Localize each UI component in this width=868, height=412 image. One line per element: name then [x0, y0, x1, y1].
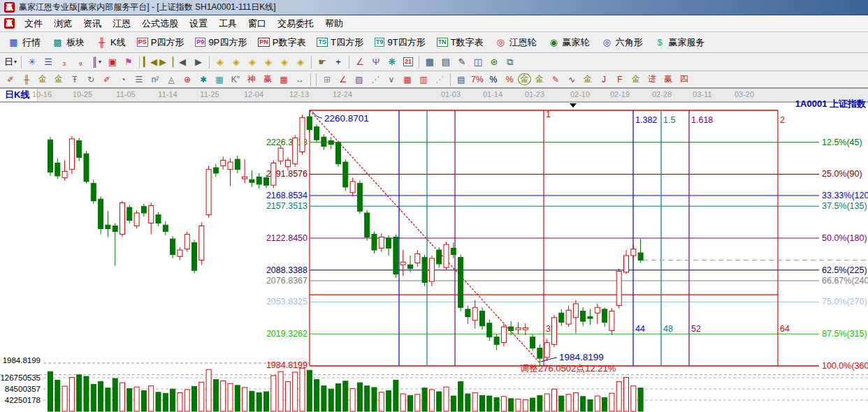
menu-item-1[interactable]: 浏览	[48, 17, 78, 30]
ying-slant-icon[interactable]: 赢	[660, 73, 676, 86]
t-square-button[interactable]: TST四方形	[312, 34, 368, 51]
menu-item-6[interactable]: 工具	[213, 17, 243, 30]
notepad-icon[interactable]: ✎	[454, 55, 470, 69]
menu-item-7[interactable]: 窗口	[243, 17, 272, 30]
calendar-21-icon[interactable]: 21	[400, 55, 416, 69]
crosshair-icon[interactable]: +	[331, 55, 346, 69]
diamond-all-icon[interactable]: ◈	[293, 55, 308, 69]
golden-line-icon[interactable]: 金	[532, 73, 547, 86]
angle-measure-icon[interactable]: ∠	[352, 55, 368, 69]
red-marker-icon[interactable]: ✐	[99, 73, 115, 86]
n-square-icon[interactable]: n²	[147, 73, 163, 86]
calculator-icon[interactable]: ▦	[422, 55, 437, 69]
j-line-icon[interactable]: J	[596, 73, 612, 86]
diamond-right-icon[interactable]: ◈	[229, 55, 244, 69]
wave-tool-icon[interactable]: ∿	[564, 73, 579, 86]
winner-wheel-button[interactable]: ◉赢家轮	[543, 34, 595, 51]
si-slant-icon[interactable]: 四	[677, 73, 692, 86]
price-grid-icon[interactable]: ▦	[400, 73, 415, 86]
ruler-lines-icon[interactable]: ☰	[131, 73, 147, 86]
gann-pct-label-4: 37.5%(135)	[822, 201, 867, 211]
exright-box-icon[interactable]: ▣	[105, 55, 120, 69]
golden-circle-icon[interactable]: 金	[518, 73, 531, 85]
ying-tool-icon[interactable]: 赢	[260, 73, 275, 86]
jin-slant-icon[interactable]: 进	[644, 73, 660, 86]
golden-line-2-icon[interactable]: 金	[580, 73, 595, 86]
9p-square-button[interactable]: P99P四方形	[190, 34, 252, 51]
winner-service-button[interactable]: $赢家服务	[649, 34, 710, 51]
print-icon[interactable]: ⧉	[502, 55, 518, 69]
p-square-button[interactable]: PSP四方形	[132, 34, 189, 51]
kline-button[interactable]: ╫K线	[91, 34, 131, 51]
toolbar-separator	[310, 73, 311, 86]
layout-grid-icon[interactable]: ⊞	[319, 73, 335, 86]
grid-box-icon[interactable]: ▦	[212, 73, 227, 86]
calculator-2-icon[interactable]: ▤	[438, 55, 454, 69]
quotes-button[interactable]: ▦行情	[3, 34, 45, 51]
color-flag-icon[interactable]: ⚑	[121, 55, 136, 69]
gann-wheel-button[interactable]: ◎江恩轮	[490, 34, 542, 51]
speed-fan-icon[interactable]: ∠	[335, 73, 351, 86]
draw-candle-icon[interactable]: ✎	[548, 73, 563, 86]
time-cycle-icon[interactable]: ◔	[115, 73, 131, 86]
diamond-shrink-icon[interactable]: ◈	[261, 55, 276, 69]
f-line-icon[interactable]: F	[612, 73, 628, 86]
diamond-center-icon[interactable]: ◈	[277, 55, 292, 69]
sectors-button[interactable]: ▩板块	[47, 34, 89, 51]
kline-chart-canvas[interactable]: 12.5%(45)2226.361825.0%(90)2191.857633.3…	[0, 102, 868, 412]
menu-item-3[interactable]: 江恩	[107, 17, 136, 30]
parallel-lines-icon[interactable]: ⋰	[432, 73, 447, 86]
grid-123-icon[interactable]: ▦	[276, 73, 291, 86]
percent-7-icon[interactable]: 7%	[470, 73, 485, 86]
golden-section-1-icon[interactable]: 金	[35, 73, 50, 86]
spiral-5-icon[interactable]: ↻	[83, 73, 99, 86]
pan-hand-icon[interactable]: ☛	[314, 55, 330, 69]
date-tick-03-20: 03-20	[735, 90, 754, 98]
web-overview-icon[interactable]: ✳	[24, 55, 40, 69]
star-grid-icon[interactable]: ✱	[196, 73, 211, 86]
hexagon-button[interactable]: ◎六角形	[596, 34, 648, 51]
gann-line-icon[interactable]: ╫	[19, 73, 34, 86]
save-file-icon[interactable]: ◫	[470, 55, 486, 69]
circle-cross-icon[interactable]: ⊕	[180, 73, 195, 86]
golden-slant-icon[interactable]: 金	[628, 73, 644, 86]
next-bar-icon[interactable]: ▶	[191, 55, 206, 69]
shen-tool-icon[interactable]: 神	[244, 73, 259, 86]
span-arrows-icon[interactable]: ↔	[292, 73, 308, 86]
k-split-icon[interactable]: K″	[228, 73, 243, 86]
chart-3-lines-icon[interactable]: ₃	[57, 55, 72, 69]
flower-tool-icon[interactable]: ❋	[384, 55, 400, 69]
psi-tool-icon[interactable]: Ψ	[368, 55, 384, 69]
f-tool-icon[interactable]: Ŧ	[67, 73, 82, 86]
menu-item-8[interactable]: 交易委托	[272, 17, 319, 30]
last-page-icon[interactable]: ▶▕	[159, 55, 174, 69]
p-number-table-button[interactable]: PNP数字表	[253, 34, 310, 51]
chart-9-lines-icon[interactable]: ₉	[73, 55, 88, 69]
stat-board-icon[interactable]: ▤	[454, 73, 469, 86]
percent-icon[interactable]: %	[486, 73, 501, 86]
t-number-table-button[interactable]: TNT数字表	[432, 34, 489, 51]
menu-item-5[interactable]: 设置	[184, 17, 213, 30]
percent-line-icon[interactable]: %	[502, 73, 517, 86]
golden-section-2-icon[interactable]: 金	[51, 73, 66, 86]
trend-lines-icon[interactable]: ⋰	[368, 73, 383, 86]
diamond-left-icon[interactable]: ◈	[212, 55, 228, 69]
9t-square-button[interactable]: T99T四方形	[370, 34, 431, 51]
menu-item-9[interactable]: 帮助	[319, 17, 349, 30]
prev-bar-icon[interactable]: ◀	[175, 55, 190, 69]
single-candle-icon[interactable]: ║▾	[89, 55, 104, 69]
first-page-icon[interactable]: ▎◀	[143, 55, 158, 69]
menu-item-4[interactable]: 公式选股	[136, 17, 184, 30]
chart-area[interactable]: 1A0001 上证指数 12.5%(45)2226.361825.0%(90)2…	[0, 102, 868, 412]
price-grid-2-icon[interactable]: ▥	[416, 73, 431, 86]
angle-fan-icon[interactable]: ◬	[164, 73, 179, 86]
menu-item-2[interactable]: 资讯	[78, 17, 107, 30]
menu-item-0[interactable]: 文件	[19, 17, 48, 30]
quote-board-icon[interactable]: ☰	[41, 55, 56, 69]
speed-box-icon[interactable]: ▨	[352, 73, 367, 86]
diamond-expand-icon[interactable]: ◈	[245, 55, 260, 69]
zigzag-icon[interactable]: ∨	[384, 73, 399, 86]
period-day-selector-icon[interactable]: 日▾	[3, 55, 18, 69]
red-brush-icon[interactable]: ✐	[3, 73, 18, 86]
network-icon[interactable]: ⊛	[486, 55, 502, 69]
